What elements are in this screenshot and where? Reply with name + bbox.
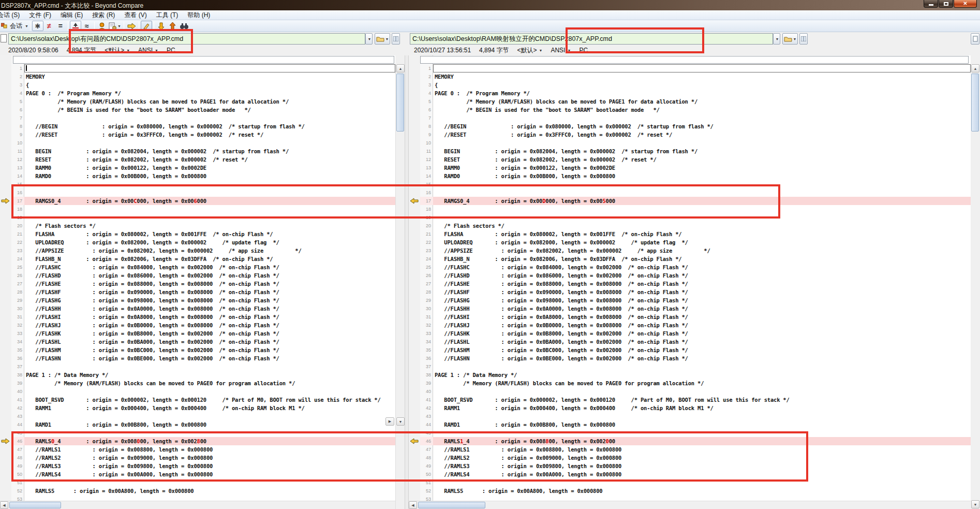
- code-line[interactable]: 32 //FLASHJ : origin = 0x0B0000, length …: [0, 321, 395, 329]
- code-line[interactable]: 24 FLASHB_N : origin = 0x082006, length …: [0, 255, 395, 263]
- code-line[interactable]: 12 RESET : origin = 0x082002, length = 0…: [0, 155, 395, 164]
- code-line[interactable]: 18: [409, 205, 971, 213]
- code-line[interactable]: 31 //FLASHI : origin = 0x0A8000, length …: [0, 313, 395, 321]
- show-all-button[interactable]: ✱: [32, 21, 43, 31]
- code-text[interactable]: //FLASHJ : origin = 0x0B0000, length = 0…: [433, 321, 971, 329]
- next-section-button[interactable]: [70, 21, 81, 31]
- code-text[interactable]: RESET : origin = 0x082002, length = 0x00…: [433, 155, 971, 164]
- code-line[interactable]: 28 //FLASHF : origin = 0x090000, length …: [409, 288, 971, 296]
- code-line[interactable]: 11 BEGIN : origin = 0x082004, length = 0…: [409, 147, 971, 155]
- code-text[interactable]: MEMORY: [433, 72, 971, 81]
- code-text[interactable]: //FLASHF : origin = 0x090000, length = 0…: [433, 288, 971, 296]
- code-text[interactable]: FLASHA : origin = 0x080002, length = 0x0…: [24, 230, 395, 238]
- minimize-button[interactable]: [924, 0, 938, 8]
- code-line[interactable]: 35 //FLASHM : origin = 0x0BC000, length …: [409, 346, 971, 354]
- right-path-input[interactable]: C:\Users\solax\Desktop\RAM映射独立开的CMD\DSP2…: [410, 33, 773, 45]
- code-text[interactable]: //FLASHK : origin = 0x0B8000, length = 0…: [24, 329, 395, 338]
- show-differences-button[interactable]: ≠: [43, 21, 55, 31]
- code-line[interactable]: 17 RAMGS0_4 : origin = 0x00C000, length …: [0, 197, 395, 205]
- code-text[interactable]: UPLOADREQ : origin = 0x082000, length = …: [24, 238, 395, 246]
- code-line[interactable]: 20 /* Flash sectors */: [0, 222, 395, 230]
- scroll-left-button[interactable]: ◀: [409, 501, 417, 509]
- left-ruleset-select[interactable]: <默认>: [105, 46, 124, 55]
- right-horizontal-scrollbar[interactable]: ◀: [409, 501, 971, 509]
- code-text[interactable]: MEMORY: [24, 72, 395, 81]
- left-vertical-scrollbar[interactable]: ▲ ▼: [395, 64, 405, 509]
- code-line[interactable]: 19: [409, 213, 971, 222]
- code-text[interactable]: BOOT_RSVD : origin = 0x000002, length = …: [433, 396, 971, 404]
- code-line[interactable]: 3{: [409, 81, 971, 89]
- code-line[interactable]: 30 //FLASHH : origin = 0x0A0000, length …: [409, 304, 971, 313]
- code-line[interactable]: 35 //FLASHM : origin = 0x0BC000, length …: [0, 346, 395, 354]
- left-path-dropdown[interactable]: ▼: [365, 33, 373, 45]
- left-scroll-extra-button[interactable]: ▶: [385, 417, 394, 426]
- code-line[interactable]: 32 //FLASHJ : origin = 0x0B0000, length …: [409, 321, 971, 329]
- right-hscroll-thumb[interactable]: [418, 502, 485, 508]
- format-rules-button[interactable]: ▼: [108, 21, 122, 31]
- left-scrollbar-thumb[interactable]: [396, 74, 404, 132]
- chevron-down-icon[interactable]: ▼: [539, 49, 543, 52]
- code-text[interactable]: //RAMLS3 : origin = 0x009800, length = 0…: [24, 462, 395, 470]
- code-line[interactable]: 31 //FLASHI : origin = 0x0A8000, length …: [409, 313, 971, 321]
- code-text[interactable]: FLASHA : origin = 0x080002, length = 0x0…: [433, 230, 971, 238]
- code-text[interactable]: //FLASHN : origin = 0x0BE000, length = 0…: [433, 354, 971, 362]
- code-text[interactable]: //APPSIZE : origin = 0x082002, length = …: [24, 246, 395, 255]
- right-vertical-scrollbar[interactable]: ▲ ▼: [971, 64, 980, 509]
- code-text[interactable]: //BEGIN : origin = 0x080000, length = 0x…: [433, 122, 971, 130]
- maximize-button[interactable]: [939, 0, 953, 8]
- code-text[interactable]: BOOT_RSVD : origin = 0x000002, length = …: [24, 396, 395, 404]
- code-line[interactable]: 15: [409, 180, 971, 188]
- code-text[interactable]: //FLASHE : origin = 0x088000, length = 0…: [24, 280, 395, 288]
- code-text[interactable]: //FLASHL : origin = 0x0BA000, length = 0…: [24, 338, 395, 346]
- menu-tools[interactable]: 工具 (T): [152, 10, 183, 20]
- code-line[interactable]: 52 RAMLS5 : origin = 0x00A800, length = …: [0, 487, 395, 495]
- copy-to-right-button[interactable]: [126, 21, 137, 31]
- code-line[interactable]: 13 RAMM0 : origin = 0x000122, length = 0…: [0, 164, 395, 172]
- code-line[interactable]: 21 FLASHA : origin = 0x080002, length = …: [0, 230, 395, 238]
- code-text[interactable]: //FLASHJ : origin = 0x0B0000, length = 0…: [24, 321, 395, 329]
- show-same-button[interactable]: =: [55, 21, 66, 31]
- code-line[interactable]: 8 //BEGIN : origin = 0x080000, length = …: [409, 122, 971, 130]
- ignore-unimportant-button[interactable]: ≈: [81, 21, 93, 31]
- code-text[interactable]: //FLASHD : origin = 0x086000, length = 0…: [24, 271, 395, 280]
- code-text[interactable]: //FLASHC : origin = 0x084000, length = 0…: [433, 263, 971, 271]
- code-line[interactable]: 48 //RAMLS2 : origin = 0x009000, length …: [409, 454, 971, 462]
- code-line[interactable]: 41 BOOT_RSVD : origin = 0x000002, length…: [409, 396, 971, 404]
- code-text[interactable]: RAMM0 : origin = 0x000122, length = 0x00…: [24, 164, 395, 172]
- code-text[interactable]: RAMLS5 : origin = 0x00A800, length = 0x0…: [433, 487, 971, 495]
- code-text[interactable]: [24, 188, 395, 197]
- code-text[interactable]: //FLASHI : origin = 0x0A8000, length = 0…: [433, 313, 971, 321]
- code-line[interactable]: 22 UPLOADREQ : origin = 0x082000, length…: [0, 238, 395, 246]
- code-line[interactable]: 42 RAMM1 : origin = 0x000400, length = 0…: [0, 404, 395, 412]
- code-text[interactable]: [24, 412, 395, 420]
- code-line[interactable]: 8 //BEGIN : origin = 0x080000, length = …: [0, 122, 395, 130]
- scroll-left-button[interactable]: ◀: [0, 501, 8, 509]
- code-text[interactable]: //FLASHK : origin = 0x0B8000, length = 0…: [433, 329, 971, 338]
- code-text[interactable]: RAMD1 : origin = 0x00B800, length = 0x00…: [433, 420, 971, 429]
- code-text[interactable]: RAMGS0_4 : origin = 0x00C000, length = 0…: [24, 197, 395, 205]
- left-encoding-select[interactable]: ANSI: [138, 47, 153, 54]
- code-line[interactable]: 16: [0, 188, 395, 197]
- code-text[interactable]: [433, 478, 971, 487]
- code-line[interactable]: 6 /* BEGIN is used for the "boot to SARA…: [409, 106, 971, 114]
- code-line[interactable]: 36 //FLASHN : origin = 0x0BE000, length …: [409, 354, 971, 362]
- code-text[interactable]: BEGIN : origin = 0x082004, length = 0x00…: [433, 147, 971, 155]
- code-text[interactable]: [433, 362, 971, 371]
- code-line[interactable]: 49 //RAMLS3 : origin = 0x009800, length …: [0, 462, 395, 470]
- code-line[interactable]: 16: [409, 188, 971, 197]
- code-text[interactable]: [433, 64, 971, 72]
- code-text[interactable]: //RESET : origin = 0x3FFFC0, length = 0x…: [24, 130, 395, 139]
- code-text[interactable]: RESET : origin = 0x082002, length = 0x00…: [24, 155, 395, 164]
- code-line[interactable]: 1: [409, 64, 971, 72]
- code-line[interactable]: 10: [409, 139, 971, 147]
- code-text[interactable]: //FLASHD : origin = 0x086000, length = 0…: [433, 271, 971, 280]
- code-text[interactable]: //RAMLS2 : origin = 0x009000, length = 0…: [433, 454, 971, 462]
- right-encoding-select[interactable]: ANSI: [551, 47, 565, 54]
- code-text[interactable]: RAMM1 : origin = 0x000400, length = 0x00…: [433, 404, 971, 412]
- code-line[interactable]: 39 /* Memory (RAM/FLASH) blocks can be m…: [409, 379, 971, 387]
- menu-help[interactable]: 帮助 (H): [183, 10, 215, 20]
- code-text[interactable]: [24, 114, 395, 122]
- code-text[interactable]: //FLASHI : origin = 0x0A8000, length = 0…: [24, 313, 395, 321]
- code-line[interactable]: 51: [0, 478, 395, 487]
- code-text[interactable]: //RESET : origin = 0x3FFFC0, length = 0x…: [433, 130, 971, 139]
